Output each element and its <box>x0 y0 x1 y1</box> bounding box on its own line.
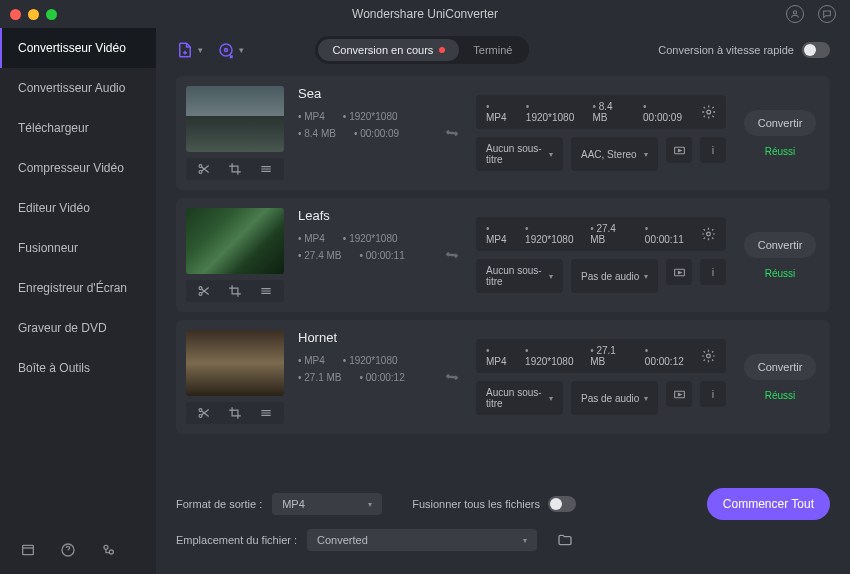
svg-point-4 <box>109 550 113 554</box>
merge-label: Fusionner tous les fichiers <box>412 498 540 510</box>
output-info-bar: MP4 1920*1080 27.1 MB 00:00:12 <box>476 339 726 373</box>
crop-icon[interactable] <box>228 162 242 176</box>
merge-toggle[interactable] <box>548 496 576 512</box>
chevron-down-icon: ▾ <box>523 536 527 545</box>
video-thumbnail[interactable] <box>186 86 284 152</box>
add-disc-button[interactable]: ▾ <box>217 41 244 59</box>
sidebar-item-0[interactable]: Convertisseur Vidéo <box>0 28 156 68</box>
open-folder-button[interactable] <box>553 528 577 552</box>
out-size: 27.4 MB <box>590 223 631 245</box>
output-format-value: MP4 <box>282 498 305 510</box>
subtitle-select[interactable]: Aucun sous-titre▾ <box>476 381 563 415</box>
svg-point-15 <box>199 409 202 412</box>
svg-point-0 <box>793 11 796 14</box>
close-window-button[interactable] <box>10 9 21 20</box>
src-format: MP4 <box>298 355 325 366</box>
convert-button[interactable]: Convertir <box>744 232 817 258</box>
user-icon[interactable] <box>786 5 804 23</box>
tab-done[interactable]: Terminé <box>459 39 526 61</box>
output-location-label: Emplacement du fichier : <box>176 534 297 546</box>
sidebar-item-1[interactable]: Convertisseur Audio <box>0 68 156 108</box>
settings-icon[interactable] <box>701 348 716 364</box>
chevron-down-icon: ▾ <box>239 45 244 55</box>
add-file-button[interactable]: ▾ <box>176 41 203 59</box>
info-button[interactable]: i <box>700 259 726 285</box>
preview-button[interactable] <box>666 381 692 407</box>
fast-conversion-toggle[interactable] <box>802 42 830 58</box>
share-icon[interactable] <box>100 542 116 558</box>
trim-icon[interactable] <box>197 284 211 298</box>
sidebar-item-6[interactable]: Enregistreur d'Écran <box>0 268 156 308</box>
sidebar-item-2[interactable]: Téléchargeur <box>0 108 156 148</box>
crop-icon[interactable] <box>228 406 242 420</box>
sidebar-item-4[interactable]: Editeur Vidéo <box>0 188 156 228</box>
svg-point-17 <box>707 354 711 358</box>
output-location-select[interactable]: Converted ▾ <box>307 529 537 551</box>
trim-icon[interactable] <box>197 162 211 176</box>
output-location-value: Converted <box>317 534 368 546</box>
svg-point-8 <box>199 170 202 173</box>
fast-conversion-label: Conversion à vitesse rapide <box>658 44 794 56</box>
sidebar-item-7[interactable]: Graveur de DVD <box>0 308 156 348</box>
audio-select[interactable]: Pas de audio▾ <box>571 381 658 415</box>
svg-point-5 <box>220 44 232 56</box>
audio-select[interactable]: AAC, Stereo▾ <box>571 137 658 171</box>
sidebar-item-8[interactable]: Boîte à Outils <box>0 348 156 388</box>
settings-icon[interactable] <box>701 226 716 242</box>
edit-toolbar <box>186 280 284 302</box>
svg-rect-1 <box>23 545 34 554</box>
settings-icon[interactable] <box>701 104 716 120</box>
video-title: Leafs <box>298 208 428 223</box>
sidebar: Convertisseur VidéoConvertisseur AudioTé… <box>0 28 156 574</box>
chevron-down-icon: ▾ <box>368 500 372 509</box>
library-icon[interactable] <box>20 542 36 558</box>
out-duration: 00:00:09 <box>643 101 687 123</box>
video-item: Hornet MP41920*1080 27.1 MB00:00:12 MP4 … <box>176 320 830 434</box>
src-duration: 00:00:12 <box>360 372 405 383</box>
swap-icon <box>444 247 460 263</box>
status-label: Réussi <box>765 268 796 279</box>
tab-converting[interactable]: Conversion en cours <box>318 39 459 61</box>
svg-point-7 <box>199 165 202 168</box>
status-label: Réussi <box>765 390 796 401</box>
output-format-select[interactable]: MP4 ▾ <box>272 493 382 515</box>
info-button[interactable]: i <box>700 381 726 407</box>
start-all-button[interactable]: Commencer Tout <box>707 488 830 520</box>
subtitle-select[interactable]: Aucun sous-titre▾ <box>476 137 563 171</box>
effects-icon[interactable] <box>259 162 273 176</box>
status-label: Réussi <box>765 146 796 157</box>
svg-point-12 <box>199 292 202 295</box>
help-icon[interactable] <box>60 542 76 558</box>
svg-point-13 <box>707 232 711 236</box>
out-duration: 00:00:12 <box>645 345 687 367</box>
edit-toolbar <box>186 402 284 424</box>
svg-point-16 <box>199 414 202 417</box>
video-thumbnail[interactable] <box>186 330 284 396</box>
src-resolution: 1920*1080 <box>343 355 398 366</box>
sidebar-item-3[interactable]: Compresseur Vidéo <box>0 148 156 188</box>
convert-button[interactable]: Convertir <box>744 110 817 136</box>
swap-icon <box>444 369 460 385</box>
svg-point-9 <box>706 110 710 114</box>
src-duration: 00:00:11 <box>360 250 405 261</box>
output-format-label: Format de sortie : <box>176 498 262 510</box>
video-title: Hornet <box>298 330 428 345</box>
sidebar-item-5[interactable]: Fusionneur <box>0 228 156 268</box>
svg-point-6 <box>225 49 228 52</box>
trim-icon[interactable] <box>197 406 211 420</box>
audio-select[interactable]: Pas de audio▾ <box>571 259 658 293</box>
effects-icon[interactable] <box>259 406 273 420</box>
minimize-window-button[interactable] <box>28 9 39 20</box>
message-icon[interactable] <box>818 5 836 23</box>
maximize-window-button[interactable] <box>46 9 57 20</box>
preview-button[interactable] <box>666 137 692 163</box>
out-format: MP4 <box>486 101 512 123</box>
crop-icon[interactable] <box>228 284 242 298</box>
src-size: 8.4 MB <box>298 128 336 139</box>
info-button[interactable]: i <box>700 137 726 163</box>
effects-icon[interactable] <box>259 284 273 298</box>
convert-button[interactable]: Convertir <box>744 354 817 380</box>
subtitle-select[interactable]: Aucun sous-titre▾ <box>476 259 563 293</box>
video-thumbnail[interactable] <box>186 208 284 274</box>
preview-button[interactable] <box>666 259 692 285</box>
